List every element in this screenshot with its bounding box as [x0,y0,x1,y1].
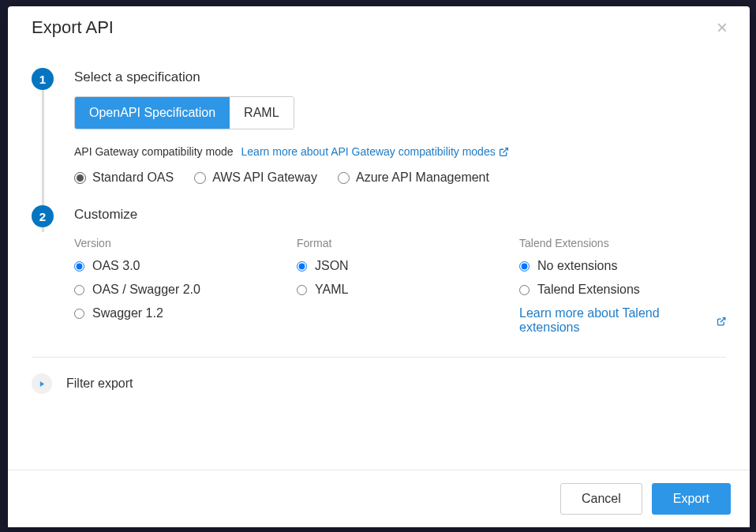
modal-title: Export API [32,17,114,38]
chevron-right-icon [39,377,46,391]
radio-no-extensions-input[interactable] [519,261,530,272]
radio-oas2-label: OAS / Swagger 2.0 [92,283,200,297]
step-1-badge: 1 [32,68,54,90]
compat-mode-row: API Gateway compatibility mode Learn mor… [74,145,726,158]
version-heading: Version [74,237,281,249]
radio-no-extensions-label: No extensions [537,259,617,273]
radio-oas3-label: OAS 3.0 [92,259,140,273]
spec-tabs: OpenAPI Specification RAML [74,96,294,129]
step-2-title: Customize [74,207,726,223]
svg-line-0 [503,148,507,152]
radio-talend-extensions-input[interactable] [519,285,530,295]
format-column: Format JSON YAML [297,237,503,335]
version-column: Version OAS 3.0 OAS / Swagger 2.0 [74,237,281,335]
filter-expand-button[interactable] [32,373,52,394]
radio-yaml-input[interactable] [297,285,307,295]
filter-export-label: Filter export [66,377,133,391]
cancel-button[interactable]: Cancel [560,483,642,515]
extensions-heading: Talend Extensions [519,237,726,249]
radio-oas2-input[interactable] [74,285,84,295]
step-1-title: Select a specification [74,69,726,85]
tab-raml[interactable]: RAML [230,97,293,129]
close-button[interactable]: × [713,18,731,37]
svg-line-1 [720,318,725,323]
radio-json-label: JSON [315,259,349,273]
export-button[interactable]: Export [652,483,731,515]
radio-no-extensions[interactable]: No extensions [519,259,726,273]
radio-aws-gateway-input[interactable] [194,172,206,184]
radio-json-input[interactable] [297,261,307,272]
step-2-badge: 2 [32,205,54,227]
compat-mode-label: API Gateway compatibility mode [74,145,234,158]
radio-oas2[interactable]: OAS / Swagger 2.0 [74,283,281,297]
modal-body[interactable]: 1 Select a specification OpenAPI Specifi… [8,44,750,470]
compat-mode-options: Standard OAS AWS API Gateway Azure API M… [74,170,726,185]
format-heading: Format [297,237,503,249]
radio-swagger12-input[interactable] [74,309,84,319]
radio-aws-gateway[interactable]: AWS API Gateway [194,170,317,185]
radio-azure-api-label: Azure API Management [356,170,489,185]
extensions-learn-more-link[interactable]: Learn more about Talend extensions [519,306,726,335]
radio-swagger12[interactable]: Swagger 1.2 [74,306,281,320]
tab-openapi[interactable]: OpenAPI Specification [75,97,230,129]
svg-marker-2 [39,381,43,387]
filter-export-section: Filter export [32,373,726,410]
step-2: 2 Customize Version OAS 3.0 [32,205,726,335]
radio-aws-gateway-label: AWS API Gateway [212,170,317,185]
extensions-column: Talend Extensions No extensions Talend E… [519,237,726,335]
external-link-icon [717,316,726,326]
divider [32,357,726,358]
radio-swagger12-label: Swagger 1.2 [92,306,163,320]
radio-yaml[interactable]: YAML [297,283,503,297]
radio-talend-extensions[interactable]: Talend Extensions [519,283,726,297]
modal-footer: Cancel Export [8,470,750,527]
radio-json[interactable]: JSON [297,259,503,273]
radio-talend-extensions-label: Talend Extensions [537,283,640,297]
radio-oas3[interactable]: OAS 3.0 [74,259,281,273]
export-api-modal: Export API × 1 Select a specification Op… [8,6,750,527]
radio-azure-api[interactable]: Azure API Management [338,170,489,185]
compat-learn-more-link[interactable]: Learn more about API Gateway compatibili… [241,145,509,158]
extensions-learn-more-text: Learn more about Talend extensions [519,306,713,335]
external-link-icon [499,147,509,157]
radio-azure-api-input[interactable] [338,172,350,184]
radio-oas3-input[interactable] [74,261,84,272]
radio-standard-oas-input[interactable] [74,172,86,184]
modal-header: Export API × [8,6,750,44]
compat-learn-more-text: Learn more about API Gateway compatibili… [241,145,496,158]
radio-standard-oas[interactable]: Standard OAS [74,170,174,185]
radio-yaml-label: YAML [315,283,348,297]
step-1: 1 Select a specification OpenAPI Specifi… [32,68,726,185]
radio-standard-oas-label: Standard OAS [92,170,174,185]
customize-grid: Version OAS 3.0 OAS / Swagger 2.0 [74,237,726,335]
